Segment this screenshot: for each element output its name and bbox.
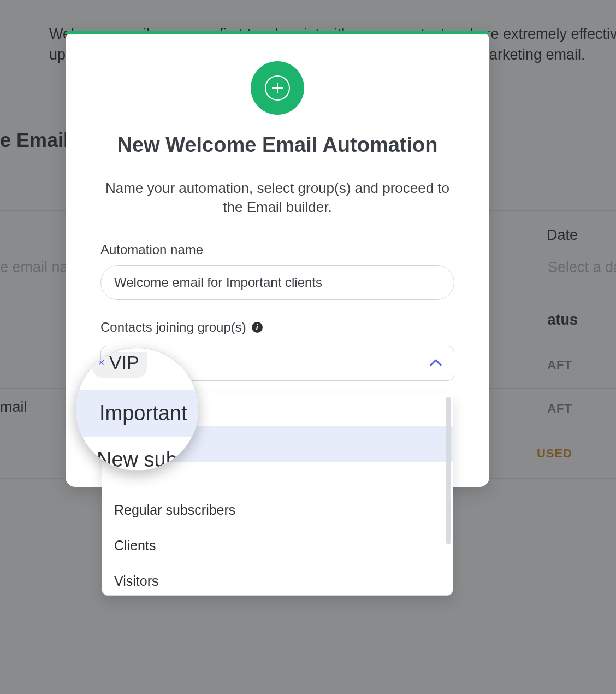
automation-name-input[interactable] xyxy=(100,265,454,300)
contacts-group-label-row: Contacts joining group(s) i xyxy=(100,320,454,335)
contacts-group-label: Contacts joining group(s) xyxy=(100,320,246,335)
modal-body: New Welcome Email Automation Name your a… xyxy=(66,34,489,397)
plus-icon xyxy=(251,61,304,115)
modal-title: New Welcome Email Automation xyxy=(100,133,454,157)
magnified-option-important: Important xyxy=(75,390,199,437)
dropdown-option-visitors[interactable]: Visitors xyxy=(102,563,453,596)
modal-subtitle: Name your automation, select group(s) an… xyxy=(100,179,454,217)
info-icon[interactable]: i xyxy=(252,322,263,333)
automation-name-field: Automation name xyxy=(100,242,454,300)
automation-name-label: Automation name xyxy=(100,242,454,257)
dropdown-option-clients[interactable]: Clients xyxy=(102,528,453,563)
zoom-magnifier: ✕ VIP Important New sub xyxy=(75,348,199,471)
magnified-chip-label: VIP xyxy=(109,352,139,373)
dropdown-option-regular[interactable]: Regular subscribers xyxy=(102,492,453,528)
chevron-up-icon[interactable] xyxy=(430,358,442,368)
